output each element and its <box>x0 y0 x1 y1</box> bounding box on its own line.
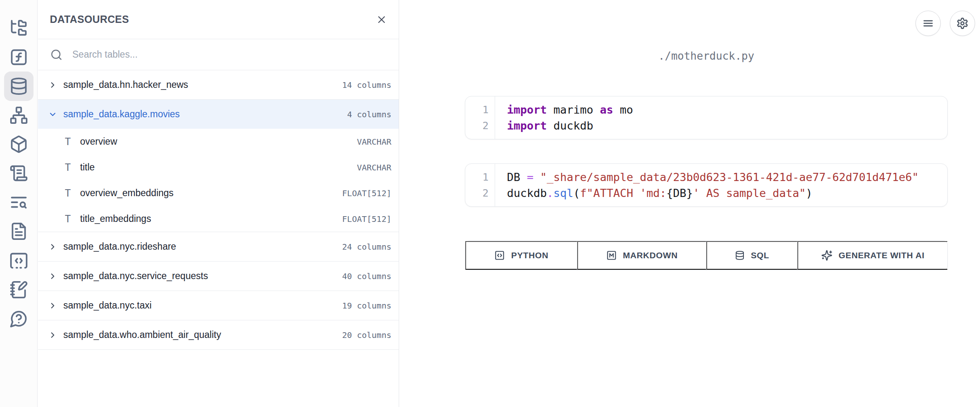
search-icon <box>50 49 63 61</box>
code-line: import duckdb <box>507 118 633 134</box>
settings-icon <box>956 17 969 29</box>
table-group: sample_data.nyc.taxi19 columns <box>38 291 399 320</box>
rail-item-logs[interactable] <box>4 159 33 188</box>
code-cell: 12import marimo as moimport duckdb <box>465 96 948 139</box>
table-name: sample_data.nyc.taxi <box>63 300 336 311</box>
table-row[interactable]: sample_data.who.ambient_air_quality20 co… <box>38 320 399 349</box>
table-group: sample_data.nyc.rideshare24 columns <box>38 232 399 262</box>
rail-item-packages[interactable] <box>4 130 33 159</box>
chevron-right-icon <box>48 81 57 89</box>
database-icon <box>9 77 28 96</box>
rail-item-trace[interactable] <box>4 188 33 217</box>
notebook-area: ./motherduck.py PYTHONMARKDOWNSQLGENERAT… <box>399 0 980 407</box>
add-cell-python-button[interactable]: PYTHON <box>465 241 577 270</box>
text-type-icon: T <box>63 136 73 148</box>
code-editor[interactable]: import marimo as moimport duckdb <box>495 96 641 139</box>
chevron-right-icon <box>48 81 57 89</box>
panel-header: DATASOURCES <box>38 0 399 39</box>
search-icon-wrap <box>50 49 63 61</box>
text-search-icon <box>9 193 28 212</box>
text-type-icon: T <box>63 188 73 199</box>
table-group: sample_data.kaggle.movies4 columnsToverv… <box>38 100 399 232</box>
code-cell: 12DB = "_share/sample_data/23b0d623-1361… <box>465 163 948 207</box>
rail-item-scratchpad[interactable] <box>4 275 33 304</box>
chevron-right-icon <box>48 301 57 310</box>
column-row[interactable]: Ttitle_embeddingsFLOAT[512] <box>38 206 399 232</box>
column-row[interactable]: Toverview_embeddingsFLOAT[512] <box>38 180 399 206</box>
code-square-dashed-icon <box>9 251 28 270</box>
code-line: duckdb.sql(f"ATTACH 'md:{DB}' AS sample_… <box>507 185 919 201</box>
column-name: overview <box>80 136 350 147</box>
add-cell-markdown-button[interactable]: MARKDOWN <box>577 241 706 270</box>
table-row[interactable]: sample_data.nyc.taxi19 columns <box>38 291 399 320</box>
menu-icon <box>922 17 934 29</box>
add-cell-button-label: SQL <box>751 250 769 260</box>
table-group: sample_data.nyc.service_requests40 colum… <box>38 262 399 291</box>
table-list: sample_data.hn.hacker_news14 columnssamp… <box>38 70 399 350</box>
scroll-text-icon <box>9 164 28 183</box>
table-name: sample_data.nyc.service_requests <box>63 271 336 282</box>
panel-title: DATASOURCES <box>50 13 129 25</box>
folder-tree-icon <box>9 18 28 37</box>
rail-item-help[interactable] <box>4 304 33 333</box>
line-number-gutter: 12 <box>465 164 495 206</box>
search-tables-input[interactable] <box>72 49 391 60</box>
table-name: sample_data.nyc.rideshare <box>63 241 336 252</box>
rail-item-snippets[interactable] <box>4 246 33 275</box>
rail-item-datasources[interactable] <box>4 72 33 101</box>
chevron-right-icon <box>48 301 57 310</box>
column-row[interactable]: TtitleVARCHAR <box>38 154 399 180</box>
x-icon <box>376 14 387 25</box>
database-icon <box>735 250 745 260</box>
markdown-square-icon <box>606 250 617 261</box>
column-name: title_embeddings <box>80 213 335 224</box>
code-editor[interactable]: DB = "_share/sample_data/23b0d623-1361-4… <box>495 164 927 206</box>
braces-square-icon <box>494 250 505 261</box>
close-panel-button[interactable] <box>376 14 387 25</box>
column-count-badge: 20 columns <box>342 330 391 340</box>
table-group: sample_data.hn.hacker_news14 columns <box>38 70 399 100</box>
notebook-pen-icon <box>9 280 28 299</box>
rail-item-variables[interactable] <box>4 42 33 72</box>
chevron-right-icon <box>48 331 57 340</box>
code-line: DB = "_share/sample_data/23b0d623-1361-4… <box>507 169 919 185</box>
network-icon <box>9 106 28 125</box>
rail-item-dependencies[interactable] <box>4 101 33 130</box>
text-type-icon: T <box>63 213 73 225</box>
search-row <box>38 39 399 70</box>
column-type-badge: VARCHAR <box>357 163 391 172</box>
line-number-gutter: 12 <box>465 96 495 139</box>
column-type-badge: FLOAT[512] <box>342 214 391 224</box>
table-group: sample_data.who.ambient_air_quality20 co… <box>38 320 399 350</box>
rail-item-file-explorer[interactable] <box>4 13 33 42</box>
rail-item-documentation[interactable] <box>4 217 33 246</box>
file-text-icon <box>9 222 28 241</box>
column-count-badge: 4 columns <box>347 110 391 119</box>
column-count-badge: 24 columns <box>342 242 391 252</box>
chevron-right-icon <box>48 272 57 281</box>
table-row[interactable]: sample_data.hn.hacker_news14 columns <box>38 70 399 99</box>
table-row[interactable]: sample_data.nyc.service_requests40 colum… <box>38 262 399 291</box>
column-count-badge: 40 columns <box>342 271 391 281</box>
chevron-right-icon <box>48 242 57 251</box>
settings-button[interactable] <box>950 11 975 36</box>
menu-button[interactable] <box>915 11 941 36</box>
add-cell-sql-button[interactable]: SQL <box>706 241 797 270</box>
datasources-panel: DATASOURCES sample_data.hn.hacker_news14… <box>38 0 399 407</box>
box-icon <box>9 135 28 154</box>
table-name: sample_data.kaggle.movies <box>63 109 341 120</box>
add-cell-button-label: PYTHON <box>511 250 548 260</box>
table-row[interactable]: sample_data.nyc.rideshare24 columns <box>38 232 399 261</box>
notebook-filename[interactable]: ./motherduck.py <box>465 50 948 62</box>
top-actions <box>915 11 975 36</box>
line-number: 2 <box>465 185 489 201</box>
table-row[interactable]: sample_data.kaggle.movies4 columns <box>38 100 399 129</box>
chevron-down-icon <box>48 110 57 119</box>
code-line: import marimo as mo <box>507 102 633 118</box>
column-row[interactable]: ToverviewVARCHAR <box>38 129 399 154</box>
line-number: 1 <box>465 169 489 185</box>
add-cell-generate-with-ai-button[interactable]: GENERATE WITH AI <box>797 241 947 270</box>
column-list: ToverviewVARCHARTtitleVARCHARToverview_e… <box>38 129 399 232</box>
chevron-down-icon <box>48 110 57 119</box>
chevron-right-icon <box>48 272 57 281</box>
